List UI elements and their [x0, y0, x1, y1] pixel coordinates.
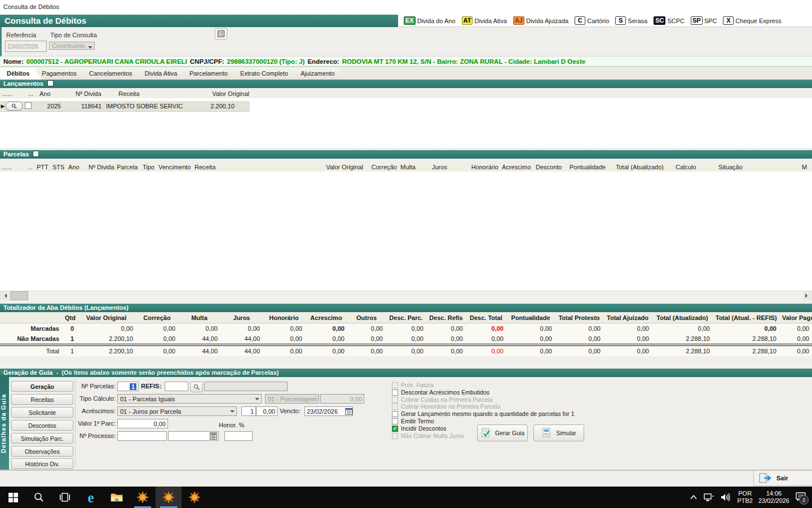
app-icon-1[interactable] [130, 487, 156, 508]
scrollbar-thumb[interactable] [10, 291, 28, 300]
side-button-historico-div[interactable]: Histórico Div. [11, 458, 73, 469]
checkbox-descontar-acrescimos[interactable]: Descontar Acréscimos Embutidos [392, 389, 489, 396]
side-button-simulacao-parc[interactable]: Simulação Parc. [11, 433, 73, 444]
legend-spc: SPSPC [691, 16, 717, 25]
volume-icon[interactable] [720, 493, 731, 502]
honor-percent-input[interactable] [224, 431, 253, 441]
clock[interactable]: 14:06 23/02/2026 [758, 490, 789, 505]
chevron-down-icon [255, 398, 259, 402]
calculator-icon[interactable] [210, 432, 217, 441]
vencto-label: Vencto: [280, 408, 303, 414]
windows-logo-icon [8, 493, 18, 502]
parcelas-hscrollbar[interactable] [0, 291, 812, 300]
internet-explorer-icon[interactable]: e [78, 487, 104, 508]
tab-ajuizamento[interactable]: Ajuizamento [294, 68, 347, 80]
list-icon [218, 30, 224, 37]
acrescimos-label: Acréscimos: [76, 408, 116, 414]
grid-view-button[interactable] [215, 28, 227, 40]
tab-parcelamento[interactable]: Parcelamento [183, 68, 240, 80]
cell-ano: 2025 [34, 103, 63, 110]
task-view-button[interactable] [52, 487, 78, 508]
side-button-solicitante[interactable]: Solicitante [11, 407, 73, 418]
parcelas-table-body [0, 172, 812, 291]
n-parcelas-label: Nº Parcelas: [76, 383, 116, 389]
checkbox-nao-cobrar-multa-juros: Não Cobrar Multa Juros [392, 432, 464, 439]
checkbox-icon [392, 433, 398, 439]
valor-1-parc-input[interactable]: 0,00 [117, 419, 168, 428]
orange-app-icon [162, 491, 175, 503]
checkbox-incidir-descontos[interactable]: ✓Incidir Descontos [392, 425, 447, 432]
start-button[interactable] [0, 487, 26, 508]
app-icon-2-active[interactable] [156, 487, 182, 508]
notification-center-button[interactable]: 2 [795, 492, 806, 503]
orange-app-icon [136, 491, 149, 503]
checkbox-cobrar-honorario: Cobrar Honorário na Primeira Parcela [392, 403, 500, 410]
file-explorer-icon[interactable] [104, 487, 130, 508]
refis-input[interactable] [165, 382, 188, 391]
tab-bar: Débitos Pagamentos Cancelamentos Divida … [0, 67, 812, 80]
col-marker: ...... [0, 90, 26, 97]
language-indicator[interactable]: POR PTB2 [737, 490, 753, 505]
totalizador-row-total: Total 1 2.200,10 0,00 44,00 44,00 0,00 0… [0, 345, 812, 356]
taskbar: e POR PTB2 14:06 23/02/2026 2 [0, 487, 812, 508]
acrescimos-amount-input[interactable]: 0,00 [256, 406, 277, 416]
detalhes-da-guia-side-tab[interactable]: Detalhes da Guia [0, 377, 9, 470]
n-processo-input-1[interactable] [117, 431, 167, 441]
chevron-down-icon [88, 46, 92, 51]
parcelas-section-header: Parcelas [0, 150, 812, 159]
sair-button[interactable]: Sair [753, 470, 812, 486]
network-icon[interactable] [703, 493, 714, 502]
legend-divida-ajuizada: AJDivida Ajuizada [513, 16, 568, 25]
scroll-right-arrow[interactable] [803, 291, 812, 300]
col-check: ... [26, 90, 37, 97]
legend-divida-do-ano: EXDivida do Ano [404, 16, 456, 25]
side-button-receitas[interactable]: Receitas [11, 394, 73, 405]
col-n-divida: Nº Divida [73, 90, 116, 97]
document-check-icon [480, 427, 492, 439]
chevron-down-icon [230, 410, 235, 415]
gerar-guia-button[interactable]: Gerar Guia [477, 424, 528, 441]
row-detail-button[interactable] [6, 102, 23, 111]
checkbox-emitir-termo[interactable]: Emitir Termo [392, 418, 434, 424]
parcelas-select-all-checkbox[interactable] [33, 151, 39, 157]
lancamentos-select-all-checkbox[interactable] [47, 80, 54, 86]
totalizador-row-nao-marcadas: Não Marcadas 1 2.200,10 0,00 44,00 44,00… [0, 334, 812, 345]
side-button-descontos[interactable]: Descontos [11, 420, 73, 431]
taskbar-search-button[interactable] [26, 487, 52, 508]
legend-cartorio: CCartório [575, 16, 609, 25]
table-row[interactable]: ▶ 2025 118641 IMPOSTO SOBRE SERVIC 2.200… [0, 101, 250, 112]
checkbox-cobrar-custas: Cobrar Custas na Primeira Parcela [392, 396, 493, 403]
sc-badge: SC [654, 16, 665, 25]
totalizador-row-marcadas: Marcadas 0 0,00 0,00 0,00 0,00 0,00 0,00… [0, 323, 812, 334]
acrescimos-qty-input[interactable]: 1 [241, 406, 256, 416]
n-processo-label: Nº Processo: [76, 432, 116, 439]
tipo-calculo-select[interactable]: 01 - Parcelas Iguais [117, 394, 262, 404]
exit-icon [758, 472, 772, 484]
scroll-left-arrow[interactable] [0, 291, 9, 300]
acrescimos-select[interactable]: 01 - Juros por Parcela [117, 406, 237, 416]
n-parcelas-input[interactable]: 1 [117, 382, 139, 391]
side-button-observacoes[interactable]: Observações [11, 446, 73, 457]
checkbox-gerar-lancamento[interactable]: Gerar Lançamento mesmo quando a quantida… [392, 410, 575, 417]
legend-serasa: SSerasa [615, 16, 647, 25]
row-checkbox[interactable] [25, 102, 32, 109]
calendar-icon[interactable] [345, 408, 352, 416]
app-icon-3[interactable] [182, 487, 208, 508]
tipo-consulta-select: Contribuinte [49, 42, 95, 50]
checkbox-icon [392, 404, 398, 410]
tab-cancelamentos[interactable]: Cancelamentos [82, 68, 144, 80]
simular-button[interactable]: Simular [533, 424, 584, 441]
side-button-geracao[interactable]: Geração [11, 381, 73, 392]
tab-extrato-completo[interactable]: Extrato Completo [233, 68, 301, 80]
col-valor-original: Valor Original [201, 90, 251, 97]
tray-expand-chevron-icon[interactable] [690, 494, 698, 500]
cnpj-value: 29886337000120 (Tipo: J) [227, 58, 305, 65]
c-badge: C [575, 16, 585, 25]
tab-divida-ativa[interactable]: Divida Ativa [138, 68, 189, 80]
checkbox-icon [392, 418, 398, 424]
refis-search-button[interactable] [190, 382, 203, 392]
legend-divida-ativa: ATDivida Ativa [462, 16, 507, 25]
x-badge: X [723, 16, 734, 25]
tab-pagamentos[interactable]: Pagamentos [35, 68, 89, 80]
divider [75, 378, 76, 467]
